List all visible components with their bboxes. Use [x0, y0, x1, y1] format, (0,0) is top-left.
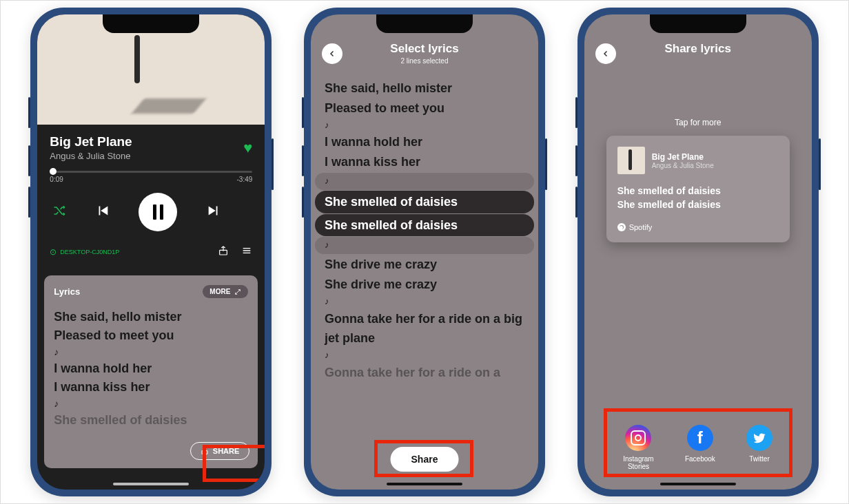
lyric-line[interactable]: She drive me crazy: [325, 275, 524, 295]
notch: [650, 14, 746, 33]
speaker-icon: ⊙: [50, 247, 57, 257]
previous-icon[interactable]: [95, 203, 110, 221]
lyric-line[interactable]: ♪: [325, 118, 524, 133]
lyric-line[interactable]: Gonna take her for a ride on a: [325, 363, 524, 383]
phone-frame-select-lyrics: Select lyrics 2 lines selected She said,…: [304, 8, 545, 496]
pause-icon: [153, 204, 163, 220]
lyric-line[interactable]: I wanna hold her: [325, 132, 524, 152]
lyric-line[interactable]: ♪: [54, 345, 248, 359]
share-target-fb[interactable]: fFacebook: [685, 425, 715, 470]
time-elapsed: 0:09: [50, 176, 63, 183]
song-title: Big Jet Plane: [50, 134, 132, 149]
phone-frame-now-playing: Big Jet Plane Angus & Julia Stone ♥ 0:09…: [30, 8, 272, 496]
connect-device[interactable]: ⊙ DESKTOP-CJ0ND1P: [50, 247, 119, 257]
album-art-thumbnail: [617, 147, 645, 174]
spotify-brand: Spotify: [617, 223, 779, 231]
card-lyric-line: She smelled of daisies: [617, 184, 779, 198]
share-target-label: Facebook: [685, 455, 715, 463]
share-icon: [201, 447, 209, 455]
lyrics-more-button[interactable]: MORE: [203, 285, 248, 298]
lyrics-title: Lyrics: [54, 286, 80, 297]
next-icon[interactable]: [206, 203, 221, 221]
home-indicator[interactable]: [113, 483, 189, 485]
card-song-title: Big Jet Plane: [652, 152, 714, 162]
artist-name[interactable]: Angus & Julia Stone: [50, 151, 132, 161]
lyric-line[interactable]: I wanna kiss her: [54, 378, 248, 397]
lyric-line[interactable]: ♪: [315, 173, 534, 190]
back-button[interactable]: [595, 43, 616, 64]
share-preview-card[interactable]: Big Jet Plane Angus & Julia Stone She sm…: [606, 136, 790, 242]
selection-count: 2 lines selected: [390, 57, 458, 65]
chevron-left-icon: [602, 50, 610, 58]
back-button[interactable]: [322, 43, 342, 64]
lyric-line[interactable]: ♪: [54, 397, 248, 411]
selected-lyric-line[interactable]: She smelled of daisies: [315, 191, 534, 213]
share-target-tw[interactable]: Twitter: [746, 425, 773, 470]
shuffle-icon[interactable]: [52, 204, 66, 221]
like-icon[interactable]: ♥: [243, 139, 252, 157]
card-lyric-line: She smelled of daisies: [617, 198, 779, 211]
ig-icon: [625, 425, 651, 451]
fb-icon: f: [687, 425, 713, 451]
chevron-left-icon: [328, 50, 336, 58]
lyric-line[interactable]: ♪: [325, 295, 524, 309]
lyrics-share-button[interactable]: SHARE: [190, 442, 250, 460]
lyric-line[interactable]: ♪: [325, 348, 524, 363]
share-target-label: InstagramStories: [623, 455, 653, 470]
share-target-ig[interactable]: InstagramStories: [623, 425, 653, 470]
share-target-label: Twitter: [746, 455, 773, 463]
lyric-line[interactable]: She drive me crazy: [325, 255, 524, 275]
share-button[interactable]: Share: [391, 447, 459, 472]
lyric-line[interactable]: She said, hello mister: [325, 78, 524, 98]
page-title: Share lyrics: [664, 42, 730, 56]
notch: [376, 14, 473, 33]
lyric-line[interactable]: Pleased to meet you: [325, 98, 524, 118]
notch: [103, 14, 199, 33]
time-remaining: -3:49: [237, 176, 253, 183]
page-title: Select lyrics: [390, 42, 458, 56]
home-indicator[interactable]: [387, 483, 462, 485]
lyric-line[interactable]: She smelled of daisies: [54, 411, 248, 430]
lyrics-card[interactable]: Lyrics MORE She said, hello misterPlease…: [44, 275, 258, 468]
lyric-line[interactable]: Gonna take her for a ride on a big jet p…: [325, 309, 524, 349]
lyric-line[interactable]: I wanna hold her: [54, 359, 248, 378]
tap-for-more-hint[interactable]: Tap for more: [584, 118, 812, 127]
progress-slider[interactable]: 0:09 -3:49: [50, 171, 252, 183]
selected-lyric-line[interactable]: She smelled of daisies: [315, 214, 534, 237]
home-indicator[interactable]: [660, 483, 736, 485]
tw-icon: [746, 425, 773, 451]
lyric-line[interactable]: Pleased to meet you: [54, 326, 248, 345]
share-icon[interactable]: [218, 245, 229, 259]
phone-frame-share-lyrics: Share lyrics Tap for more Big Jet Plane …: [577, 8, 819, 496]
device-name: DESKTOP-CJ0ND1P: [60, 249, 119, 255]
lyric-line[interactable]: She said, hello mister: [54, 308, 248, 326]
card-artist: Angus & Julia Stone: [652, 162, 714, 169]
spotify-icon: [617, 223, 626, 231]
lyric-line[interactable]: ♪: [315, 237, 534, 254]
play-pause-button[interactable]: [139, 193, 177, 231]
expand-icon: [234, 288, 241, 295]
lyric-line[interactable]: I wanna kiss her: [325, 152, 524, 172]
queue-icon[interactable]: [241, 245, 252, 259]
